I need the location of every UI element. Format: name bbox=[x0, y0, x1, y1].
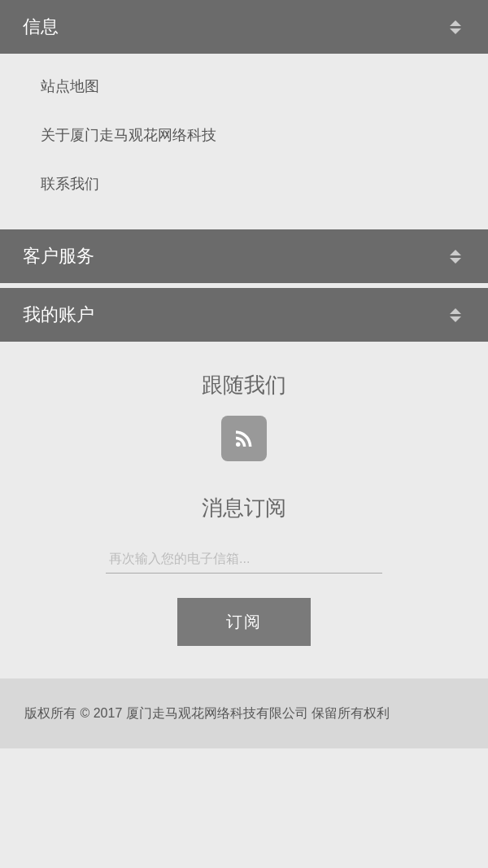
info-section: 信息 站点地图 关于厦门走马观花网络科技 联系我们 bbox=[0, 0, 488, 225]
rss-button[interactable] bbox=[221, 416, 267, 461]
chevron-down-arrow bbox=[450, 258, 461, 264]
my-account-section: 我的账户 bbox=[0, 288, 488, 342]
chevron-down-arrow bbox=[450, 28, 461, 34]
sitemap-item[interactable]: 站点地图 bbox=[0, 62, 488, 111]
info-section-title: 信息 bbox=[23, 15, 59, 39]
chevron-up-arrow bbox=[450, 20, 461, 26]
email-input[interactable] bbox=[106, 545, 382, 574]
chevron-up-arrow bbox=[450, 308, 461, 314]
contact-item[interactable]: 联系我们 bbox=[0, 159, 488, 208]
about-item[interactable]: 关于厦门走马观花网络科技 bbox=[0, 111, 488, 159]
footer-text: 版权所有 © 2017 厦门走马观花网络科技有限公司 保留所有权利 bbox=[24, 701, 464, 726]
info-chevron-icon bbox=[446, 17, 465, 37]
chevron-up-arrow bbox=[450, 250, 461, 255]
subscribe-section: 消息订阅 订阅 bbox=[0, 469, 488, 662]
info-section-header[interactable]: 信息 bbox=[0, 0, 488, 54]
subscribe-title: 消息订阅 bbox=[16, 494, 472, 522]
rss-icon bbox=[232, 426, 256, 451]
follow-title: 跟随我们 bbox=[16, 371, 472, 399]
footer: 版权所有 © 2017 厦门走马观花网络科技有限公司 保留所有权利 bbox=[0, 678, 488, 748]
info-section-content: 站点地图 关于厦门走马观花网络科技 联系我们 bbox=[0, 54, 488, 225]
chevron-down-arrow bbox=[450, 316, 461, 322]
customer-service-header[interactable]: 客户服务 bbox=[0, 229, 488, 283]
my-account-chevron-icon bbox=[446, 305, 465, 325]
svg-point-0 bbox=[236, 443, 240, 447]
my-account-title: 我的账户 bbox=[23, 303, 94, 327]
follow-section: 跟随我们 bbox=[0, 342, 488, 469]
customer-service-section: 客户服务 bbox=[0, 229, 488, 283]
customer-service-chevron-icon bbox=[446, 246, 465, 266]
subscribe-button[interactable]: 订阅 bbox=[177, 598, 311, 646]
customer-service-title: 客户服务 bbox=[23, 244, 94, 268]
my-account-header[interactable]: 我的账户 bbox=[0, 288, 488, 342]
